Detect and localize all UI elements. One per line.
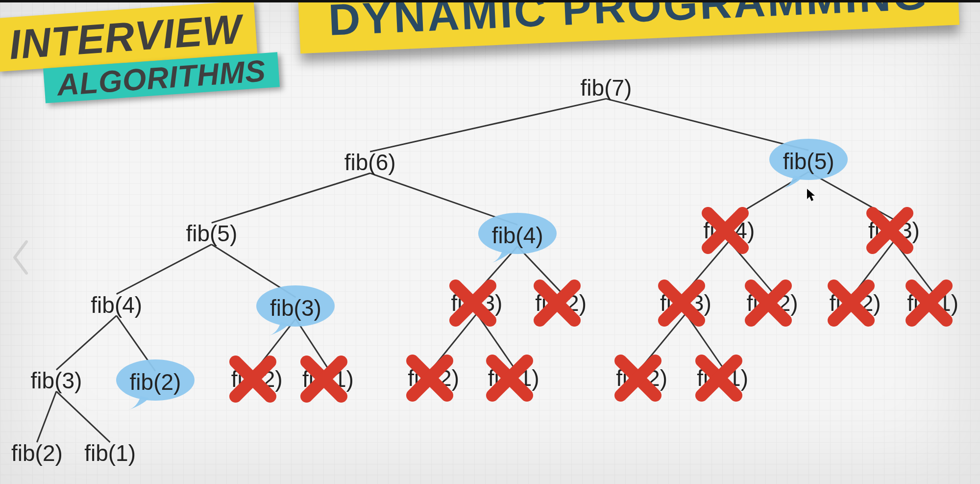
svg-line-12	[477, 246, 517, 292]
svg-line-0	[370, 99, 606, 152]
svg-line-2	[212, 173, 370, 223]
tree-node: fib(3)	[660, 290, 711, 316]
tree-node: fib(2)	[408, 365, 459, 391]
svg-line-23	[686, 314, 722, 367]
svg-line-9	[56, 391, 110, 442]
svg-line-13	[517, 246, 561, 292]
tree-node: fib(1)	[907, 290, 958, 316]
svg-line-20	[855, 241, 894, 292]
tree-node: fib(1)	[84, 440, 136, 466]
svg-line-21	[894, 241, 932, 292]
svg-line-19	[729, 241, 772, 292]
tree-node: fib(4)	[492, 222, 543, 249]
tree-node: fib(2)	[11, 440, 63, 466]
svg-line-11	[295, 319, 328, 368]
tree-node: fib(3)	[31, 367, 82, 394]
tree-node: fib(2)	[130, 369, 181, 395]
tree-node: fib(4)	[91, 292, 142, 318]
svg-line-3	[370, 173, 517, 225]
svg-line-14	[434, 314, 477, 367]
tree-node: fib(5)	[186, 220, 237, 247]
tree-node: fib(2)	[231, 366, 283, 392]
tree-node: fib(6)	[344, 149, 396, 176]
svg-line-18	[686, 241, 729, 292]
svg-line-7	[117, 316, 155, 371]
svg-line-17	[808, 172, 894, 220]
svg-line-6	[56, 316, 117, 370]
svg-line-5	[212, 244, 296, 297]
svg-line-4	[117, 244, 212, 294]
mouse-cursor-icon	[807, 188, 816, 202]
svg-line-16	[729, 172, 808, 220]
tree-node: fib(2)	[747, 290, 798, 316]
svg-line-15	[477, 314, 514, 367]
tree-node: fib(2)	[535, 290, 587, 316]
previous-arrow-icon[interactable]	[9, 238, 32, 277]
tree-node: fib(3)	[270, 295, 321, 321]
svg-line-10	[257, 319, 295, 368]
tree-node: fib(1)	[697, 365, 748, 391]
tree-node: fib(2)	[830, 290, 881, 316]
svg-line-8	[37, 391, 56, 442]
tree-node: fib(7)	[581, 75, 632, 101]
tree-node: fib(3)	[868, 217, 920, 244]
tree-node: fib(1)	[302, 366, 354, 392]
svg-line-22	[642, 314, 686, 367]
tree-node: fib(4)	[703, 217, 755, 244]
tree-node: fib(2)	[616, 365, 667, 391]
tree-node: fib(1)	[488, 365, 539, 391]
tree-node: fib(5)	[783, 148, 834, 175]
svg-line-1	[606, 99, 808, 150]
tree-node: fib(3)	[451, 290, 503, 316]
